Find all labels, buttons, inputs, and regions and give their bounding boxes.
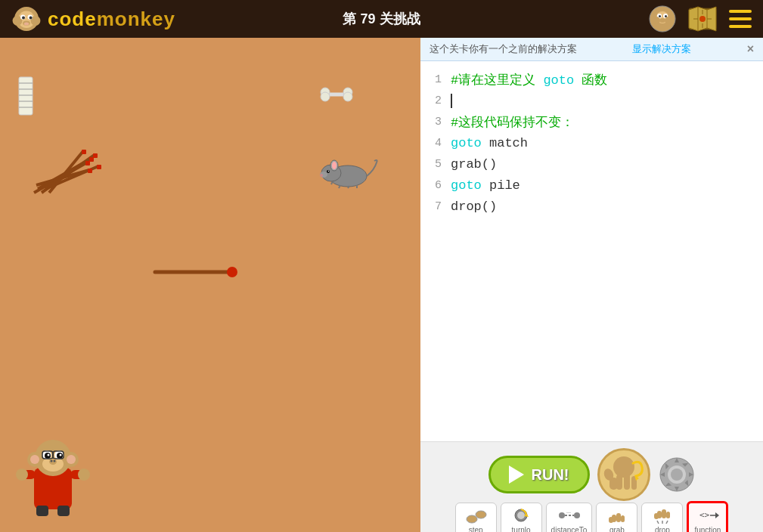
svg-rect-85 [624,473,630,490]
drop-icon [650,506,675,524]
svg-point-9 [24,22,29,25]
distanceto-label: distanceTo [551,526,588,532]
svg-rect-109 [654,513,659,519]
svg-point-63 [67,455,76,464]
line-content-6: goto pile [451,178,755,193]
line-content-3: #这段代码保持不变： [451,113,755,131]
code-line-2: 2 [420,90,763,111]
bottom-toolbar: RUN! [420,441,763,532]
blocks-toolbar: step turnlo [455,501,729,532]
game-area [0,38,420,532]
code-block-turnlo[interactable]: turnlo [501,503,542,532]
code-editor[interactable]: 1 #请在这里定义 goto 函数 2 3 #这段代码保持不变： 4 goto … [420,61,763,441]
line-number-4: 4 [428,137,451,150]
svg-point-69 [48,454,50,456]
svg-point-6 [22,16,25,19]
svg-rect-36 [97,165,101,169]
code-block-step[interactable]: step [455,503,497,532]
svg-point-46 [327,170,330,173]
banner-link[interactable]: 显示解决方案 [632,42,691,56]
hint-button[interactable] [597,448,650,501]
svg-rect-82 [57,506,70,516]
svg-point-40 [227,267,237,277]
code-block-distanceto[interactable]: ... distanceTo [546,503,593,532]
svg-point-14 [659,15,661,17]
svg-point-57 [343,92,352,101]
svg-rect-38 [82,150,86,154]
bone-object [318,83,355,109]
wood-pile-object [30,144,106,200]
svg-rect-105 [609,517,613,523]
run-label: RUN! [532,466,569,484]
logo-text: CODEmonkey [48,8,175,31]
svg-marker-115 [715,512,719,518]
svg-point-20 [699,16,706,22]
menu-icon[interactable] [729,10,752,28]
drop-label: drop [655,526,670,532]
svg-point-93 [467,515,477,523]
gear-button[interactable] [658,456,696,493]
main-content: 这个关卡你有一个之前的解决方案 显示解决方案 × 1 #请在这里定义 goto … [0,38,763,532]
code-block-drop[interactable]: drop [641,503,683,532]
turnlo-icon [509,506,533,524]
rat-object [318,155,378,192]
logo: CODEmonkey [11,4,175,34]
svg-point-70 [60,454,62,456]
avatar-icon[interactable] [649,5,676,32]
line-content-2 [451,94,755,108]
line-number-3: 3 [428,116,451,128]
svg-rect-103 [616,513,621,522]
logo-monkey-icon [11,4,42,34]
code-block-function[interactable]: <> function [687,501,728,532]
header-title: 第 79 关挑战 [343,10,420,28]
svg-point-7 [29,16,33,19]
svg-point-99 [574,512,580,518]
code-line-1: 1 #请在这里定义 goto 函数 [420,69,763,90]
line-content-4: goto match [451,136,755,150]
svg-text:...: ... [566,509,571,514]
svg-point-47 [328,171,329,172]
map-icon[interactable] [687,5,718,32]
header-right [649,5,752,32]
line-number-5: 5 [428,158,451,171]
svg-point-74 [49,459,57,465]
line-content-5: grab() [451,157,755,172]
svg-point-18 [665,17,672,24]
svg-rect-37 [88,169,92,173]
svg-rect-104 [621,515,625,522]
svg-line-110 [657,521,659,524]
code-line-7: 7 drop() [420,196,763,217]
code-block-grab[interactable]: grab [596,503,637,532]
svg-rect-33 [89,157,94,162]
code-line-6: 6 goto pile [420,175,763,196]
run-button[interactable]: RUN! [489,456,590,493]
code-line-3: 3 #这段代码保持不变： [420,111,763,132]
gear-icon [659,456,695,493]
svg-rect-107 [662,509,666,518]
svg-point-96 [517,512,525,519]
svg-point-76 [54,460,56,462]
match-stick-object [151,264,242,283]
code-line-5: 5 grab() [420,153,763,175]
svg-point-45 [332,162,337,169]
svg-point-17 [653,17,660,24]
svg-point-98 [559,512,565,518]
line-number-7: 7 [428,200,451,213]
line-number-1: 1 [428,73,451,86]
svg-line-112 [666,521,668,524]
code-line-4: 4 goto match [420,132,763,153]
svg-point-62 [30,455,39,464]
svg-rect-81 [36,506,48,516]
svg-text:<>: <> [699,510,710,520]
svg-point-92 [671,469,683,481]
ruler-object [15,76,53,120]
step-label: step [469,526,483,532]
svg-point-79 [16,469,28,481]
line-number-6: 6 [428,179,451,192]
grab-icon [605,506,629,524]
banner-close-button[interactable]: × [747,42,754,56]
run-area: RUN! [428,448,755,501]
step-icon [464,506,488,524]
function-label: function [694,526,721,532]
line-content-1: #请在这里定义 goto 函数 [451,71,755,88]
